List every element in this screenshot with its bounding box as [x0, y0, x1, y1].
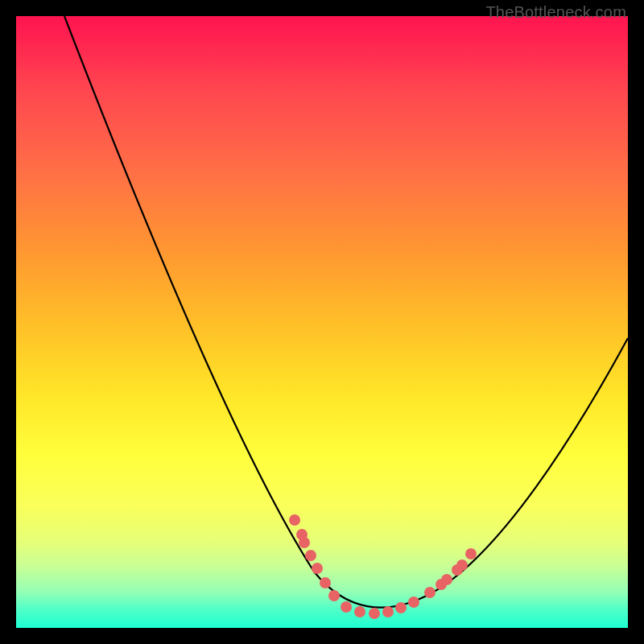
- fit-marker-dot: [341, 601, 352, 613]
- fit-marker-dot: [299, 537, 310, 548]
- bottleneck-chart: [16, 16, 628, 628]
- fit-marker-dot: [382, 606, 394, 617]
- fit-marker-dot: [328, 590, 340, 601]
- fit-marker-dot: [456, 559, 468, 571]
- fit-marker-dot: [465, 548, 477, 559]
- fit-marker-dot: [395, 602, 407, 613]
- fit-marker-dot: [320, 577, 331, 588]
- bottleneck-curve-line: [64, 16, 628, 608]
- fit-marker-dot: [354, 606, 365, 617]
- fit-region-markers: [289, 514, 477, 619]
- fit-marker-dot: [408, 597, 419, 608]
- fit-marker-dot: [312, 563, 323, 574]
- fit-marker-dot: [424, 587, 436, 598]
- fit-marker-dot: [289, 514, 300, 526]
- fit-marker-dot: [305, 550, 316, 561]
- fit-marker-dot: [441, 574, 452, 585]
- fit-marker-dot: [369, 608, 380, 619]
